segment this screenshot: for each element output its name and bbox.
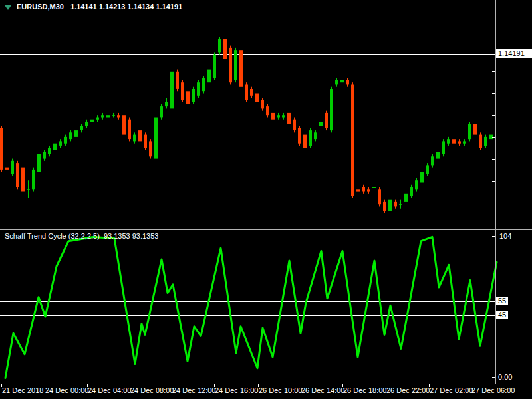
candle-body — [309, 130, 312, 146]
time-axis-label: 26 Dec 22:00 — [386, 386, 430, 395]
candle-body — [27, 189, 30, 190]
chart-title: EURUSD,M301.14141 1.14213 1.14134 1.1419… — [5, 3, 182, 12]
candle-body — [356, 189, 360, 191]
candle-body — [431, 156, 434, 165]
price-axis[interactable]: 1.144151.143151.142151.141101.140101.139… — [495, 0, 532, 229]
candle-body — [479, 135, 482, 148]
stc-line — [5, 237, 497, 378]
candle-body — [133, 135, 136, 142]
candle-body — [181, 82, 184, 100]
candle-body — [362, 187, 365, 192]
candle-body — [138, 130, 142, 141]
candle-body — [325, 113, 328, 128]
dropdown-arrow-icon[interactable] — [5, 5, 11, 10]
candle-body — [415, 180, 418, 189]
candle-body — [96, 118, 99, 120]
candle-body — [303, 135, 307, 148]
candle-body — [48, 148, 51, 154]
candle-body — [21, 168, 25, 192]
candle-body — [245, 85, 248, 100]
candle-body — [340, 80, 344, 82]
candle-body — [383, 202, 386, 211]
candle-body — [255, 94, 259, 102]
candle-body — [128, 120, 131, 139]
candle-body — [207, 70, 211, 83]
candle-body — [43, 152, 46, 159]
candle-body — [277, 115, 280, 117]
candle-body — [410, 187, 413, 196]
time-axis-label: 26 Dec 18:00 — [343, 386, 386, 395]
candle-body — [11, 161, 14, 174]
candle-body — [74, 130, 78, 137]
candle-body — [0, 128, 3, 170]
candle-body — [59, 141, 62, 146]
chart-canvas[interactable] — [0, 0, 532, 399]
candle-body — [144, 135, 147, 148]
candle-body — [101, 115, 104, 117]
candle-body — [372, 187, 376, 188]
candle-body — [420, 172, 424, 182]
candle-body — [484, 137, 487, 146]
candle-body — [426, 165, 429, 174]
candle-body — [330, 89, 333, 130]
candle-body — [261, 100, 264, 108]
time-axis-label: 21 Dec 2018 — [2, 386, 43, 395]
candle-body — [250, 89, 253, 96]
candle-body — [176, 72, 179, 89]
candle-body — [442, 141, 445, 154]
candle-body — [154, 118, 158, 159]
candle-body — [106, 115, 110, 117]
candle-body — [223, 39, 227, 59]
time-axis-label: 24 Dec 08:00 — [130, 386, 174, 395]
candle-body — [298, 128, 301, 144]
time-axis-label: 24 Dec 12:00 — [172, 386, 215, 395]
time-axis-label: 24 Dec 04:00 — [88, 386, 131, 395]
time-axis-label: 27 Dec 02:00 — [430, 386, 473, 395]
candle-body — [239, 50, 243, 87]
time-axis-label: 27 Dec 06:00 — [471, 386, 515, 395]
chart-ohlc-quote: 1.14141 1.14213 1.14134 1.14191 — [70, 3, 182, 11]
candle-body — [53, 144, 57, 150]
candle-body — [489, 135, 493, 140]
indicator-scale-top: 104 — [499, 232, 511, 241]
candle-body — [378, 189, 381, 204]
candle-body — [436, 152, 440, 159]
candle-body — [314, 132, 317, 139]
time-axis-label: 24 Dec 00:00 — [45, 386, 88, 395]
candle-body — [458, 141, 461, 143]
indicator-name-params: Schaff Trend Cycle (32,2,2.5) — [5, 232, 100, 240]
candle-body — [117, 115, 120, 117]
candle-body — [37, 154, 41, 172]
time-axis-label: 26 Dec 14:00 — [301, 386, 344, 395]
candle-body — [186, 91, 190, 104]
candle-body — [473, 124, 477, 134]
candle-body — [282, 115, 285, 117]
candle-body — [112, 115, 115, 116]
candle-body — [266, 106, 269, 115]
indicator-current-values: 93.1353 93.1353 — [104, 232, 159, 240]
candle-body — [16, 163, 19, 187]
candle-body — [335, 80, 338, 85]
time-axis[interactable]: 21 Dec 201824 Dec 00:0024 Dec 04:0024 De… — [0, 384, 532, 399]
candle-body — [271, 113, 275, 120]
candle-body — [32, 170, 35, 189]
candle-body — [197, 82, 200, 96]
candle-body — [399, 204, 402, 205]
candle-body — [85, 122, 88, 126]
candle-body — [165, 102, 168, 107]
candle-body — [468, 124, 471, 139]
time-axis-label: 24 Dec 16:00 — [215, 386, 258, 395]
candle-body — [351, 85, 354, 196]
candle-body — [218, 39, 221, 53]
candle-body — [367, 189, 370, 191]
mt4-chart-window: EURUSD,M301.14141 1.14213 1.14134 1.1419… — [0, 0, 532, 399]
candle-body — [346, 80, 349, 85]
candle-body — [404, 194, 408, 202]
indicator-level-tag-55: 55 — [496, 297, 508, 305]
candle-body — [319, 122, 323, 126]
candle-body — [452, 139, 456, 144]
candle-body — [122, 115, 126, 134]
candle-body — [69, 132, 72, 139]
candle-body — [388, 200, 392, 211]
time-axis-label: 26 Dec 10:00 — [259, 386, 302, 395]
